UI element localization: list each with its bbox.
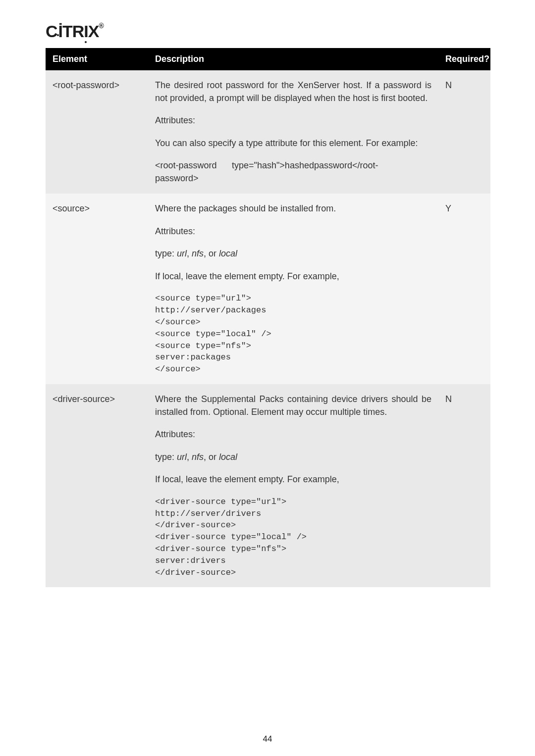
desc-code-block: <source type="url"> http://server/packag… <box>155 293 431 375</box>
header-required: Required? <box>438 48 490 70</box>
table-row: <root-password> The desired root passwor… <box>46 70 490 194</box>
type-local: local <box>219 452 237 462</box>
type-nfs: nfs <box>192 249 204 258</box>
desc-paragraph: Where the packages should be installed f… <box>155 202 431 215</box>
type-prefix: type: <box>155 249 177 258</box>
desc-paragraph: If local, leave the element empty. For e… <box>155 473 431 486</box>
cell-description: Where the Supplemental Packs containing … <box>148 384 438 587</box>
table-row: <driver-source> Where the Supplemental P… <box>46 384 490 587</box>
desc-attributes-label: Attributes: <box>155 114 431 127</box>
type-sep: , <box>187 452 192 462</box>
cell-required: N <box>438 70 490 194</box>
desc-code-line: <root-password type="hash">hashedpasswor… <box>155 159 431 185</box>
desc-paragraph: Where the Supplemental Packs containing … <box>155 393 431 418</box>
cell-element: <source> <box>46 194 148 384</box>
type-sep: , or <box>204 249 219 258</box>
type-nfs: nfs <box>192 452 204 462</box>
desc-type-line: type: url, nfs, or local <box>155 248 431 260</box>
table-row: <source> Where the packages should be in… <box>46 194 490 384</box>
type-local: local <box>219 249 237 258</box>
page-number: 44 <box>0 734 535 744</box>
type-prefix: type: <box>155 452 177 462</box>
cell-description: Where the packages should be installed f… <box>148 194 438 384</box>
code-token: password> <box>155 173 199 183</box>
type-sep: , or <box>204 452 219 462</box>
cell-element: <driver-source> <box>46 384 148 587</box>
cell-required: Y <box>438 194 490 384</box>
doc-table: Element Description Required? <root-pass… <box>46 48 490 587</box>
table-header-row: Element Description Required? <box>46 48 490 70</box>
desc-paragraph: You can also specify a type attribute fo… <box>155 137 431 150</box>
header-element: Element <box>46 48 148 70</box>
type-url: url <box>177 249 187 258</box>
code-token: <root-password <box>155 159 229 172</box>
citrix-logo: CİTRIX® <box>46 22 490 41</box>
type-url: url <box>177 452 187 462</box>
desc-attributes-label: Attributes: <box>155 428 431 441</box>
header-description: Description <box>148 48 438 70</box>
cell-description: The desired root password for the XenSer… <box>148 70 438 194</box>
desc-paragraph: The desired root password for the XenSer… <box>155 79 431 104</box>
cell-required: N <box>438 384 490 587</box>
desc-paragraph: If local, leave the element empty. For e… <box>155 270 431 283</box>
cell-element: <root-password> <box>46 70 148 194</box>
desc-code-block: <driver-source type="url"> http://server… <box>155 496 431 579</box>
desc-type-line: type: url, nfs, or local <box>155 451 431 464</box>
desc-attributes-label: Attributes: <box>155 225 431 238</box>
type-sep: , <box>187 249 192 258</box>
code-token: type="hash">hashedpassword</root- <box>232 160 378 170</box>
